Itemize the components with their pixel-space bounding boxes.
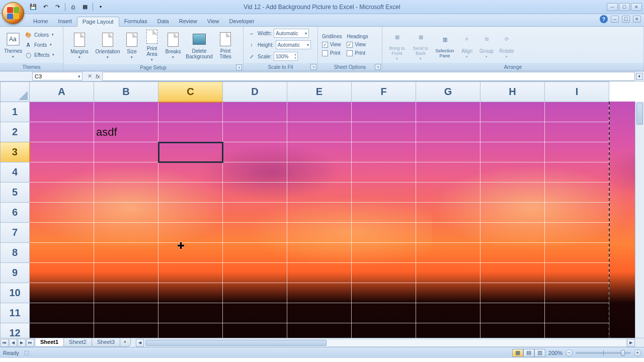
cell[interactable] (416, 122, 480, 142)
row-header[interactable]: 5 (1, 183, 30, 203)
tab-home[interactable]: Home (28, 17, 53, 26)
scroll-thumb[interactable] (145, 340, 327, 346)
cell[interactable] (480, 122, 545, 142)
undo-icon[interactable]: ↶ (40, 2, 50, 12)
cell[interactable] (545, 243, 609, 263)
cell[interactable] (480, 243, 545, 263)
cell[interactable] (287, 142, 352, 162)
maximize-button[interactable]: ☐ (619, 3, 630, 11)
tab-view[interactable]: View (202, 17, 224, 26)
cell[interactable] (30, 223, 94, 243)
cell[interactable] (287, 263, 352, 283)
cell[interactable] (287, 162, 352, 183)
cell[interactable] (94, 203, 158, 223)
prev-sheet-button[interactable]: ◀ (9, 339, 17, 347)
cell[interactable] (352, 263, 416, 283)
column-header[interactable]: D (223, 82, 287, 102)
cell[interactable] (416, 183, 480, 203)
cell[interactable] (287, 203, 352, 223)
cell[interactable] (223, 203, 287, 223)
cell[interactable] (30, 263, 94, 283)
zoom-in-button[interactable]: + (634, 349, 641, 356)
close-button[interactable]: ✕ (631, 3, 642, 11)
formula-input[interactable] (102, 72, 635, 81)
cell[interactable] (158, 263, 223, 283)
cell[interactable] (30, 283, 94, 303)
cell[interactable] (30, 122, 94, 142)
cell[interactable] (158, 203, 223, 223)
cell[interactable] (158, 303, 223, 323)
restore-workbook-button[interactable]: ☐ (622, 16, 630, 23)
cell[interactable] (158, 122, 223, 142)
cell[interactable] (352, 243, 416, 263)
cell[interactable] (352, 102, 416, 122)
close-workbook-button[interactable]: ✕ (633, 16, 641, 23)
column-header[interactable]: G (416, 82, 480, 102)
cell[interactable] (416, 102, 480, 122)
cell[interactable] (158, 283, 223, 303)
dialog-launcher-icon[interactable]: ↘ (375, 64, 381, 70)
column-header[interactable]: I (545, 82, 609, 102)
cell[interactable] (223, 122, 287, 142)
cell[interactable] (287, 303, 352, 323)
colors-button[interactable]: 🎨Colors▾ (23, 30, 55, 39)
print-titles-button[interactable]: Print Titles (215, 30, 235, 60)
cell[interactable] (30, 162, 94, 183)
cell[interactable] (94, 183, 158, 203)
row-header[interactable]: 8 (1, 243, 30, 263)
cell[interactable] (158, 243, 223, 263)
print-area-button[interactable]: Print Area▾ (142, 28, 162, 63)
cell[interactable] (223, 263, 287, 283)
cell[interactable] (352, 122, 416, 142)
scroll-thumb[interactable] (636, 103, 643, 125)
cell[interactable] (480, 183, 545, 203)
minimize-ribbon-button[interactable]: ─ (611, 16, 619, 23)
cell[interactable] (158, 102, 223, 122)
qat-custom-icon[interactable]: ▦ (80, 2, 90, 12)
sheet-tab[interactable]: Sheet3 (92, 338, 120, 347)
select-all-corner[interactable] (1, 82, 30, 102)
cell[interactable] (480, 263, 545, 283)
effects-button[interactable]: ◯Effects▾ (23, 50, 55, 59)
horizontal-scrollbar[interactable]: ◀ ▶ (136, 338, 635, 347)
macro-record-icon[interactable]: ⬚ (24, 349, 29, 356)
size-button[interactable]: Size▾ (123, 31, 141, 60)
row-header[interactable]: 10 (1, 283, 30, 303)
cell[interactable] (416, 303, 480, 323)
cell[interactable] (30, 303, 94, 323)
cell[interactable] (287, 122, 352, 142)
delete-background-button[interactable]: Delete Background (184, 30, 214, 60)
dialog-launcher-icon[interactable]: ↘ (236, 64, 242, 70)
cell[interactable] (352, 303, 416, 323)
cell[interactable] (287, 102, 352, 122)
breaks-button[interactable]: Breaks▾ (163, 31, 183, 60)
cell[interactable] (545, 263, 609, 283)
cell[interactable] (94, 162, 158, 183)
scale-spinner[interactable]: 100% (274, 52, 298, 61)
cell[interactable] (545, 142, 609, 162)
scroll-left-button[interactable]: ◀ (136, 339, 144, 347)
first-sheet-button[interactable]: ⏮ (1, 339, 9, 347)
cell[interactable] (287, 183, 352, 203)
normal-view-button[interactable]: ▦ (512, 349, 523, 357)
cell[interactable] (352, 283, 416, 303)
insert-sheet-button[interactable]: ＊ (120, 338, 131, 347)
fonts-button[interactable]: AFonts▾ (23, 40, 55, 49)
office-button[interactable] (2, 2, 24, 24)
cell[interactable] (30, 102, 94, 122)
cell[interactable] (223, 223, 287, 243)
cell[interactable] (287, 243, 352, 263)
cell[interactable] (545, 283, 609, 303)
column-header[interactable]: E (287, 82, 352, 102)
cell[interactable] (480, 162, 545, 183)
page-break-view-button[interactable]: ▥ (534, 349, 545, 357)
cell[interactable] (352, 223, 416, 243)
minimize-button[interactable]: ─ (607, 3, 618, 11)
row-header[interactable]: 4 (1, 162, 30, 183)
row-header[interactable]: 1 (1, 102, 30, 122)
cell[interactable] (545, 303, 609, 323)
cell[interactable] (223, 303, 287, 323)
group-button[interactable]: ⧉Group▾ (477, 30, 496, 60)
redo-icon[interactable]: ↷ (52, 2, 62, 12)
orientation-button[interactable]: Orientation▾ (94, 31, 122, 60)
